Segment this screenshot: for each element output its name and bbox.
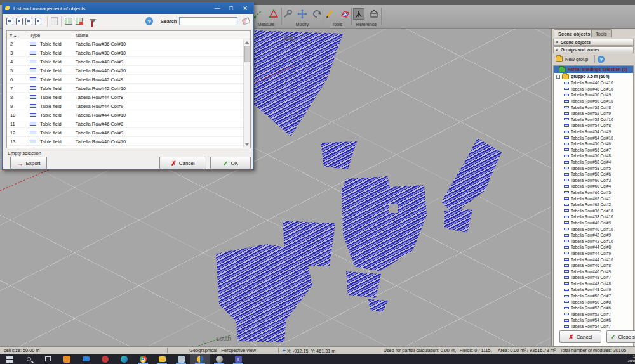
group-checkbox[interactable]: [556, 75, 560, 79]
tree-item[interactable]: Tabella Row#52 Col#6: [554, 305, 633, 311]
tree-item[interactable]: Tabella Row#50 Col#9: [554, 92, 633, 98]
tree-item[interactable]: Tabella Row#56 Col#6: [554, 141, 633, 147]
tree-item[interactable]: Tabella Row#52 Col#8: [554, 104, 633, 110]
tree-item[interactable]: Tabella Row#52 Col#10: [554, 117, 633, 123]
sort-asc-icon[interactable]: ▲: [13, 34, 17, 37]
tree-item[interactable]: Tabella Row#58 Col#6: [554, 171, 633, 178]
tree-item[interactable]: Tabella Row#54 Col#9: [554, 129, 633, 135]
scroll-up-icon[interactable]: [245, 41, 249, 44]
table-header[interactable]: # ▲ Type Name: [7, 31, 250, 39]
tree-item[interactable]: Tabella Row#60 Col#4: [554, 183, 633, 190]
tree-item[interactable]: Tabella Row#48 Col#7: [554, 275, 633, 281]
dialog-titlebar[interactable]: List and management of objects — □ ×: [3, 3, 253, 14]
ok-button[interactable]: ✓OK: [210, 157, 251, 169]
tab-scene-objects[interactable]: Scene objects: [554, 29, 594, 37]
antenna-icon[interactable]: [353, 8, 364, 20]
tree-item[interactable]: Tabella Row#46 Col#10: [554, 80, 633, 86]
filter-icon[interactable]: [90, 19, 96, 23]
sidebar-cancel-button[interactable]: ✗Cancel: [559, 330, 601, 343]
start-button[interactable]: [0, 354, 19, 364]
move-icon[interactable]: [297, 8, 308, 20]
tab-tools[interactable]: Tools: [591, 29, 612, 37]
tree-item[interactable]: Tabella Row#38 Col#10: [554, 214, 633, 220]
tree-item[interactable]: Tabella Row#44 Col#9: [554, 250, 633, 257]
wrench-icon[interactable]: [283, 8, 293, 20]
house-icon[interactable]: [368, 8, 380, 20]
scroll-down-icon[interactable]: [245, 143, 249, 146]
tree-item[interactable]: Tabella Row#42 Col#10: [554, 238, 633, 244]
tree-item[interactable]: Tabella Row#50 Col#10: [554, 98, 633, 105]
table-edit-icon[interactable]: [76, 18, 83, 25]
tree-item[interactable]: Tabella Row#46 Col#9: [554, 268, 633, 275]
table-row[interactable]: 7Table fieldTabella Row#42 Col#10: [7, 84, 243, 93]
teams-icon[interactable]: T: [229, 354, 248, 364]
select-none-icon[interactable]: [16, 18, 23, 25]
section-scene-objects[interactable]: » Scene objects: [553, 39, 634, 46]
taskbar-clock[interactable]: 1 30/0: [621, 354, 635, 363]
tree-item[interactable]: Tabella Row#40 Col#9: [554, 220, 633, 226]
tree-item[interactable]: Tabella Row#58 Col#5: [554, 165, 633, 171]
tree-item[interactable]: Tabella Row#44 Col#8: [554, 244, 633, 250]
table-row[interactable]: 4Table fieldTabella Row#40 Col#9: [7, 57, 243, 66]
table-scrollbar[interactable]: [243, 39, 250, 148]
tree-item[interactable]: Tabella Row#60 Col#5: [554, 190, 633, 196]
close-button[interactable]: ×: [238, 3, 252, 14]
tree-item[interactable]: Tabella Row#54 Col#10: [554, 134, 633, 141]
earth-icon[interactable]: [210, 354, 229, 364]
tree-item[interactable]: Tabella Row#54 Col#8: [554, 122, 633, 129]
table-row[interactable]: 2Table fieldTabella Row#36 Col#10: [7, 39, 243, 48]
table-row[interactable]: 11Table fieldTabella Row#46 Col#8: [7, 119, 243, 128]
table-row[interactable]: 13Table fieldTabella Row#46 Col#10: [7, 137, 243, 146]
copy-icon[interactable]: [51, 17, 58, 25]
section-groups-zones[interactable]: » Groups and zones: [553, 46, 634, 53]
notes-icon[interactable]: [171, 354, 190, 364]
tree-item[interactable]: Tabella Row#50 Col#8: [554, 299, 633, 305]
store-icon[interactable]: [57, 354, 76, 364]
app-red-icon[interactable]: [95, 354, 114, 364]
search-input[interactable]: [179, 17, 237, 25]
tree-item[interactable]: Tabella Row#54 Col#6: [554, 317, 633, 323]
scrollbar-thumb[interactable]: [244, 46, 250, 62]
cancel-button[interactable]: ✗Cancel: [159, 157, 206, 169]
tree-item[interactable]: Tabella Row#56 Col#7: [554, 147, 633, 153]
table-row[interactable]: 8Table fieldTabella Row#44 Col#8: [7, 93, 243, 101]
edge-icon[interactable]: [114, 354, 133, 364]
tree-item[interactable]: Tabella Row#46 Col#8: [554, 263, 633, 269]
table-row[interactable]: 9Table fieldTabella Row#44 Col#9: [7, 101, 243, 110]
select-box-icon[interactable]: [35, 18, 42, 25]
pvsyst-icon[interactable]: [190, 354, 210, 364]
tree-item[interactable]: Tabella Row#42 Col#9: [554, 232, 633, 238]
tree-item[interactable]: Tabella Row#52 Col#7: [554, 311, 633, 318]
col-type-header[interactable]: Type: [30, 32, 40, 38]
minimize-button[interactable]: —: [210, 3, 224, 14]
tree-item[interactable]: Tabella Row#62 Col#1: [554, 195, 633, 202]
maximize-button[interactable]: □: [224, 3, 238, 14]
table-row[interactable]: 10Table fieldTabella Row#44 Col#10: [7, 110, 243, 119]
new-group-button[interactable]: New group: [565, 56, 588, 62]
pencil-icon[interactable]: [324, 8, 335, 20]
rotate-icon[interactable]: [311, 8, 322, 20]
measure-tape-icon[interactable]: [253, 8, 264, 20]
tree-item[interactable]: Tabella Row#52 Col#9: [554, 110, 633, 117]
tree-item[interactable]: Tabella Row#56 Col#8: [554, 153, 633, 159]
col-name-header[interactable]: Name: [76, 32, 88, 38]
sidebar-help-icon[interactable]: ?: [598, 56, 605, 63]
measure-angle-icon[interactable]: [268, 8, 279, 20]
tree-item-group[interactable]: gruppo 7.5 m (604): [554, 73, 633, 80]
tree-item[interactable]: Tabella Row#58 Col#4: [554, 159, 633, 166]
chrome-icon[interactable]: [133, 354, 152, 364]
tree-item[interactable]: Tabella Row#36 Col#10: [554, 207, 633, 214]
tree-item[interactable]: Tabella Row#40 Col#10: [554, 226, 633, 232]
search-icon[interactable]: [19, 354, 38, 364]
polygon-icon[interactable]: [339, 8, 351, 20]
table-columns-icon[interactable]: [65, 18, 72, 25]
col-num-header[interactable]: #: [10, 32, 12, 38]
table-row[interactable]: 3Table fieldTabella Row#38 Col#10: [7, 48, 243, 57]
select-inverse-icon[interactable]: [25, 18, 32, 25]
table-row[interactable]: 5Table fieldTabella Row#40 Col#10: [7, 66, 243, 75]
table-row[interactable]: 6Table fieldTabella Row#42 Col#9: [7, 75, 243, 84]
tree-item-partial-shadings[interactable]: Partial shadings selection (0): [554, 66, 633, 73]
help-icon[interactable]: ?: [145, 17, 153, 25]
mail-icon[interactable]: [76, 354, 95, 364]
tree-item[interactable]: Tabella Row#60 Col#3: [554, 178, 633, 184]
